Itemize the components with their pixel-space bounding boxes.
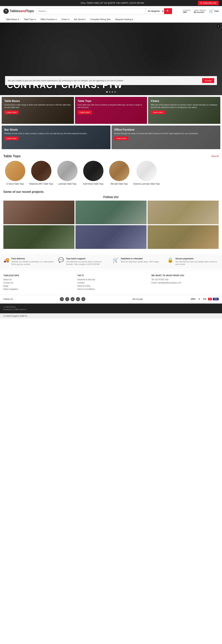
instagram-icon[interactable]: in [71, 297, 75, 301]
google-icon[interactable]: g [81, 297, 85, 301]
search-button[interactable]: 🔍 [164, 8, 172, 14]
table-tops-learn-more[interactable]: Learn more [78, 110, 92, 114]
amex-icon: AMEX [190, 298, 197, 300]
chairs-title: Chairs [151, 100, 218, 102]
table-top-laminate[interactable]: Laminate Table Tops [56, 161, 79, 185]
table-bases-learn-more[interactable]: Learn more [4, 110, 18, 114]
logo-icon: T [3, 8, 9, 14]
hero-dot-2[interactable] [109, 91, 110, 93]
follow-us-title: Follow Us! [3, 196, 219, 199]
wide-card-office-furniture[interactable]: Office Furniture Browse through our rang… [112, 126, 220, 149]
currency-block[interactable]: Currency GBP [183, 9, 191, 13]
office-overlay: Office Furniture Browse through our rang… [112, 126, 220, 149]
category-card-chairs[interactable]: Chairs With one of the largest selection… [148, 97, 220, 124]
logo-and: and [20, 9, 26, 13]
nav-item-chairs[interactable]: Chairs ▾ [59, 16, 72, 22]
diners-icon: D [198, 298, 201, 300]
logo[interactable]: T TablesandTops [3, 8, 34, 14]
footer-col-about-title: TABLES&TOPS [3, 274, 71, 277]
bar-stools-learn-more[interactable]: Learn more [4, 136, 18, 140]
table-top-extrema[interactable]: Extrema Laminate Table Tops [133, 161, 160, 185]
table-tops-desc: From table tops with menu numbers to bes… [78, 104, 145, 109]
hero-close-button[interactable]: ✕ [217, 24, 220, 28]
currency-value: GBP [183, 11, 191, 13]
footer-col-contact-title: WE WANT TO HEAR FROM YOU [151, 274, 219, 277]
footer-link-contact-us[interactable]: Contact Us [3, 282, 71, 284]
footer-social-row: Follow Us f t in p g We Accept AMEX D JC… [0, 294, 222, 304]
table-bases-title: Table Bases [4, 100, 71, 102]
nav-item-office-furniture[interactable]: Office Furniture ▾ [38, 16, 59, 22]
feature-secure-text: Secure payments We dont hold our store a… [176, 257, 219, 266]
table-tops-header: Table Tops View all [3, 154, 219, 158]
phone-text: CALL TODAY AND LET US QUOTE YOU HAPPY | … [27, 2, 198, 4]
project-image-5 [75, 225, 147, 249]
footer-bottom-left: © Tables&Tops Powered by ZUMO Interiors [3, 306, 26, 311]
hero-dot-1[interactable] [106, 91, 108, 93]
chevron-down-icon: ▾ [84, 18, 86, 20]
project-photo-6 [148, 225, 219, 249]
cookie-accept-button[interactable]: Accept [202, 78, 214, 83]
nav-item-bar-stools[interactable]: Bar Stools ▾ [72, 16, 88, 22]
footer-link-terms[interactable]: Terms & Conditions [77, 288, 145, 290]
chevron-down-icon: ▾ [18, 18, 19, 20]
cart-block[interactable]: 🛒 Cart [209, 9, 219, 13]
nav-item-complete-dining[interactable]: Complete Dining Sets [88, 16, 113, 22]
footer-link-payment-security[interactable]: Payment & Security [77, 278, 145, 281]
office-desc: Browse through our range of commercial o… [114, 132, 218, 135]
table-top-melamine[interactable]: Melamine MFC Table Tops [29, 161, 53, 185]
currency-footer[interactable]: ▾ United Kingdom (GBP £) [0, 313, 222, 318]
refund-icon: 🛒 [113, 257, 119, 263]
feature-support-text: Top-notch support Our staff team are wiz… [66, 257, 109, 266]
category-card-table-tops[interactable]: Table Tops From table tops with menu num… [75, 97, 147, 124]
hero-dot-3[interactable] [112, 91, 113, 93]
account-block[interactable]: Login / Signup My account [194, 9, 206, 13]
footer-link-returns[interactable]: Returns Policy [77, 285, 145, 287]
my-account-text: My account [194, 11, 206, 13]
footer-link-about-us[interactable]: About Us [3, 278, 71, 281]
delivery-desc: Whether you needed it yesterday or in a … [11, 260, 55, 266]
table-top-werzalit[interactable]: Werzalit Table Tops [107, 161, 131, 185]
category-select[interactable]: All categories [146, 8, 164, 14]
table-tops-overlay: Table Tops From table tops with menu num… [75, 97, 147, 124]
chevron-down-icon: ▾ [34, 18, 36, 20]
wide-card-bar-stools[interactable]: Bar Stools Whether its just a few or man… [2, 126, 110, 149]
hero-dot-4[interactable] [114, 91, 116, 93]
footer-link-fabric-suppliers[interactable]: Fabric Suppliers [3, 288, 71, 290]
facebook-icon[interactable]: f [60, 297, 64, 301]
payment-icons: AMEX D JCB M VISA [190, 298, 219, 300]
pinterest-icon[interactable]: p [76, 297, 80, 301]
chairs-learn-more[interactable]: Learn more [151, 110, 165, 114]
currency-selector[interactable]: ▾ United Kingdom (GBP £) [3, 315, 27, 317]
nav-item-table-tops[interactable]: Table Tops ▾ [21, 16, 38, 22]
office-learn-more[interactable]: Learn more [114, 136, 128, 140]
in-stock-label: In Stock Table Tops [6, 183, 24, 185]
chevron-down-icon: ▾ [56, 18, 57, 20]
view-all-link[interactable]: View all [211, 155, 219, 158]
table-top-in-stock[interactable]: In Stock Table Tops [3, 161, 27, 185]
table-bases-desc: Choose from a wide range of styles and m… [4, 104, 71, 109]
jcb-icon: JCB [202, 298, 207, 300]
footer-col-contact: WE WANT TO HEAR FROM YOU Tel: 01274 507 … [151, 274, 219, 291]
support-desc: Our staff team are wizzes when it comes … [66, 260, 109, 266]
project-image-6 [148, 225, 219, 249]
footer-link-cookies[interactable]: Cookies [77, 282, 145, 284]
table-tops-title: Table Tops [78, 100, 145, 102]
project-image-4 [3, 225, 74, 249]
chairs-overlay: Chairs With one of the largest selection… [148, 97, 220, 124]
category-grid: Table Bases Choose from a wide range of … [0, 95, 222, 126]
nav-item-bespoke-seating[interactable]: Bespoke Seating ▾ [113, 16, 136, 22]
secure-title: Secure payments [176, 257, 219, 260]
twitter-icon[interactable]: t [65, 297, 69, 301]
subscribe-button[interactable]: ✉ Subscribe now [198, 1, 219, 5]
login-label: Login / Signup [194, 9, 206, 11]
table-bases-overlay: Table Bases Choose from a wide range of … [2, 97, 74, 124]
nav-item-table-bases[interactable]: Table Bases ▾ [3, 16, 21, 22]
table-top-solid-wood[interactable]: Solid Wood Table Tops [81, 161, 105, 185]
category-card-table-bases[interactable]: Table Bases Choose from a wide range of … [2, 97, 74, 124]
secure-icon: 🔒 [167, 257, 174, 263]
mastercard-icon: M [208, 298, 212, 300]
feature-refund-text: Satisfied or refunded We'll turn that fr… [121, 257, 159, 263]
search-input[interactable] [37, 8, 146, 14]
project-photo-4 [3, 225, 74, 249]
footer-link-blogs[interactable]: Blogs [3, 285, 71, 287]
